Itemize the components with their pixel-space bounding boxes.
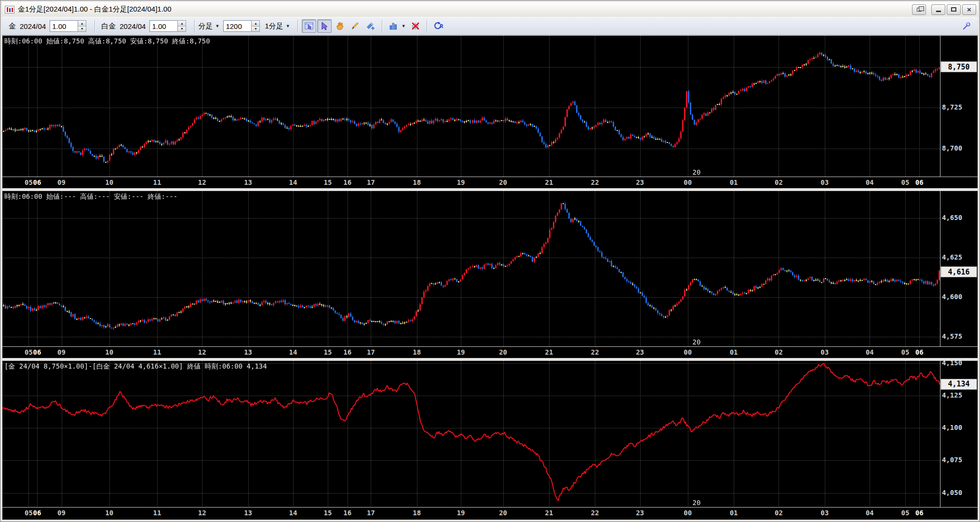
platinum-candles-canvas <box>2 191 940 346</box>
marker-move-icon <box>366 21 376 31</box>
x-tick-label: 04 <box>866 509 874 517</box>
chevron-down-icon: ▼ <box>286 24 290 28</box>
x-tick-label: 05 <box>901 348 910 356</box>
reload-chart-button[interactable]: R <box>431 19 445 33</box>
toolbar-separator <box>194 20 195 32</box>
bar-type-dropdown[interactable]: 分足 ▼ <box>198 22 219 31</box>
x-tick-label: 18 <box>413 348 421 356</box>
y-tick-label: 4,075 <box>942 456 962 464</box>
x-tick-label: 22 <box>591 179 599 186</box>
y-tick-label: 4,050 <box>942 489 962 496</box>
titlebar: 金1分足[2024/04]1.00 - 白金1分足[2024/04]1.00 × <box>2 2 978 17</box>
app-window: 金1分足[2024/04]1.00 - 白金1分足[2024/04]1.00 ×… <box>0 0 980 522</box>
spin-up-icon[interactable]: ▲ <box>178 21 186 27</box>
x-tick-label: 02 <box>775 179 783 186</box>
maximize-button[interactable] <box>947 4 961 15</box>
bar-period-dropdown[interactable]: 1分足 ▼ <box>265 22 290 31</box>
platinum-date-label: 20 <box>693 338 701 346</box>
y-tick-label: 4,600 <box>942 293 962 301</box>
gold-date-label: 20 <box>693 168 701 176</box>
x-tick-label: 13 <box>244 179 252 186</box>
x-tick-label: 20 <box>499 509 507 517</box>
x-tick-label: 01 <box>730 509 738 517</box>
spin-up-icon[interactable]: ▲ <box>252 21 259 27</box>
gold-label: 金 <box>9 22 16 31</box>
x-tick-label: 05 <box>901 509 910 517</box>
spin-down-icon[interactable]: ▼ <box>252 27 259 32</box>
platinum-chart-panel: 時刻:06:00 始値:--- 高値:--- 安値:--- 終値:--- 20 … <box>2 191 978 358</box>
platinum-multiplier-input[interactable] <box>149 20 177 32</box>
delete-drawing-button[interactable] <box>408 19 423 33</box>
x-tick-label: 06 <box>33 509 41 517</box>
x-tick-label: 13 <box>244 348 252 356</box>
x-tick-label: 21 <box>545 348 553 356</box>
bar-count-input[interactable] <box>223 20 251 32</box>
bar-period-label: 1分足 <box>265 22 283 31</box>
x-tick-label: 11 <box>153 348 161 356</box>
x-tick-label: 18 <box>413 179 421 186</box>
x-tick-label: 06 <box>33 179 41 186</box>
chart-area: 時刻:06:00 始値:8,750 高値:8,750 安値:8,750 終値:8… <box>2 35 978 520</box>
x-tick-label: 02 <box>775 509 783 517</box>
marker-move-button[interactable] <box>363 19 378 33</box>
x-tick-label: 23 <box>636 348 644 356</box>
x-tick-label: 03 <box>820 348 829 356</box>
pencil-draw-icon <box>350 21 360 31</box>
gold-current-price-badge: 8,750 <box>940 61 977 72</box>
pan-hand-button[interactable] <box>333 19 347 33</box>
x-tick-label: 16 <box>343 348 351 356</box>
y-tick-label: 4,650 <box>942 214 962 221</box>
platinum-current-price-badge: 4,616 <box>940 266 977 277</box>
x-tick-label: 06 <box>915 348 924 356</box>
x-tick-label: 00 <box>684 179 692 186</box>
x-tick-label: 03 <box>820 179 829 186</box>
close-button[interactable]: × <box>962 4 976 15</box>
x-tick-label: 06 <box>915 509 924 517</box>
x-tick-label: 04 <box>866 179 874 186</box>
gold-plot[interactable]: 時刻:06:00 始値:8,750 高値:8,750 安値:8,750 終値:8… <box>2 36 940 177</box>
spread-plot[interactable]: [金 24/04 8,750×1.00]-[白金 24/04 4,616×1.0… <box>2 361 940 507</box>
x-tick-label: 19 <box>457 179 465 186</box>
chart-type-dropdown-arrow[interactable]: ▼ <box>402 24 406 28</box>
bar-chart-type-button[interactable] <box>386 19 401 33</box>
x-tick-label: 01 <box>730 179 738 186</box>
cascade-window-button[interactable] <box>912 4 926 15</box>
x-tick-label: 22 <box>591 348 599 356</box>
bar-count-spinner[interactable]: ▲▼ <box>251 20 260 32</box>
x-tick-label: 12 <box>198 179 206 186</box>
toolbar-separator <box>382 20 382 32</box>
maximize-icon <box>951 7 956 12</box>
minimize-icon <box>936 11 941 12</box>
x-tick-label: 00 <box>684 509 692 517</box>
y-tick-label: 4,125 <box>942 391 962 399</box>
spin-down-icon[interactable]: ▼ <box>178 27 186 32</box>
spread-price-axis: 4,134 4,0504,0754,1004,1254,150 <box>940 361 978 507</box>
chart-cursor-icon <box>304 21 314 31</box>
gold-multiplier-spinner[interactable]: ▲▼ <box>78 20 86 32</box>
settings-wrench-button[interactable] <box>959 19 974 33</box>
x-tick-label: 10 <box>105 509 113 517</box>
x-tick-label: 11 <box>153 179 161 186</box>
chart-cursor-button[interactable] <box>302 19 316 33</box>
bar-count-stepper: ▲▼ <box>223 20 260 32</box>
gold-ohlc-readout: 時刻:06:00 始値:8,750 高値:8,750 安値:8,750 終値:8… <box>4 37 210 46</box>
x-tick-label: 14 <box>289 509 297 517</box>
x-tick-label: 13 <box>244 509 252 517</box>
x-tick-label: 14 <box>289 179 297 186</box>
x-tick-label: 09 <box>57 509 66 517</box>
x-tick-label: 21 <box>545 509 553 517</box>
spin-down-icon[interactable]: ▼ <box>78 27 86 32</box>
gold-multiplier-input[interactable] <box>50 20 78 32</box>
x-tick-label: 17 <box>367 348 375 356</box>
x-tick-label: 16 <box>343 179 351 186</box>
gold-price-axis: 8,750 8,7008,7258,750 <box>940 36 978 177</box>
pencil-draw-button[interactable] <box>348 19 362 33</box>
x-tick-label: 10 <box>105 179 113 186</box>
svg-text:R: R <box>440 24 443 29</box>
select-cursor-button[interactable] <box>317 19 332 33</box>
minimize-button[interactable] <box>931 4 945 15</box>
platinum-plot[interactable]: 時刻:06:00 始値:--- 高値:--- 安値:--- 終値:--- 20 <box>2 191 940 346</box>
bar-type-label: 分足 <box>198 22 213 31</box>
platinum-multiplier-spinner[interactable]: ▲▼ <box>177 20 186 32</box>
spin-up-icon[interactable]: ▲ <box>78 21 86 27</box>
